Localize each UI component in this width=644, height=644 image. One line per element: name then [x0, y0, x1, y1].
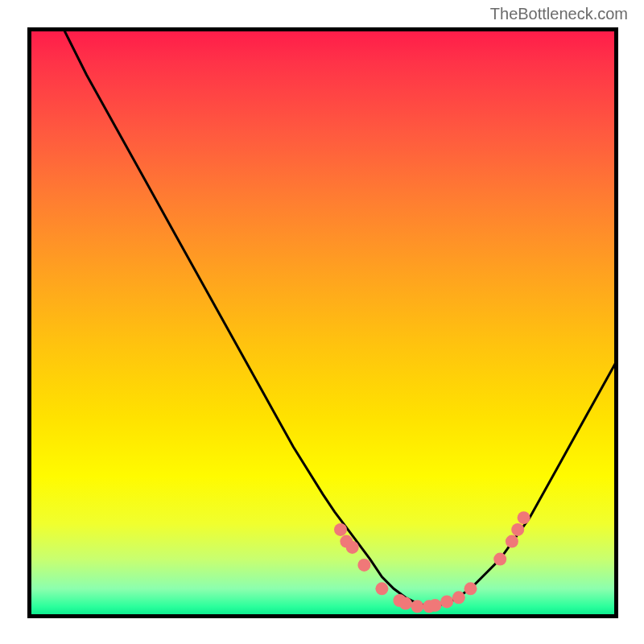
chart-gradient-background: [27, 27, 618, 618]
attribution-text: TheBottleneck.com: [490, 5, 628, 23]
